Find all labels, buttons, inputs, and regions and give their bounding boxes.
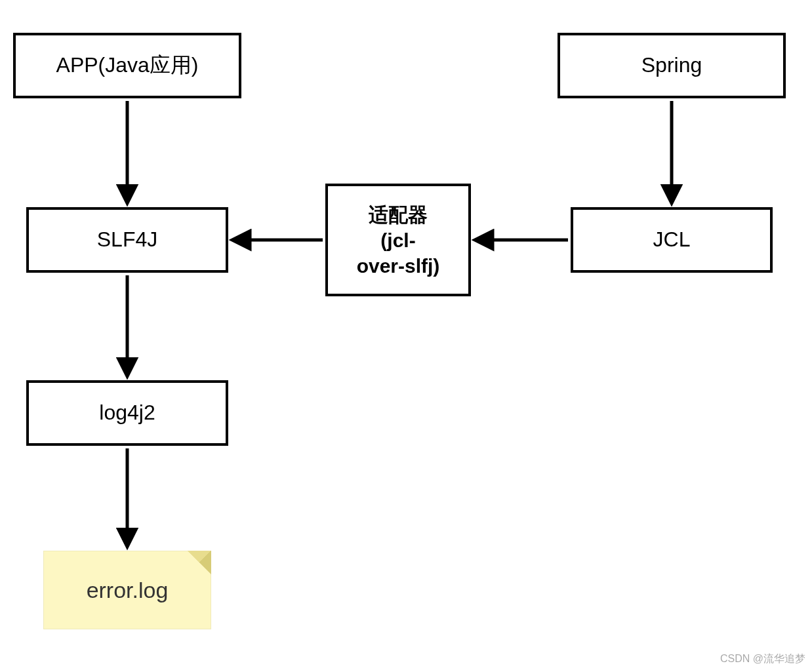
node-errorlog: error.log <box>43 551 211 629</box>
node-jcl: JCL <box>571 207 773 273</box>
node-slf4j: SLF4J <box>26 207 228 273</box>
node-adapter: 适配器 (jcl- over-slfj) <box>325 184 471 296</box>
node-app: APP(Java应用) <box>13 33 241 98</box>
node-adapter-label: 适配器 (jcl- over-slfj) <box>357 202 440 279</box>
watermark-text: CSDN @流华追梦 <box>720 652 805 666</box>
node-jcl-label: JCL <box>653 226 691 254</box>
node-slf4j-label: SLF4J <box>97 226 157 254</box>
note-fold-icon <box>188 551 211 574</box>
node-log4j2: log4j2 <box>26 380 228 446</box>
diagram-canvas: APP(Java应用) Spring SLF4J 适配器 (jcl- over-… <box>0 0 812 670</box>
node-spring-label: Spring <box>641 52 702 79</box>
node-app-label: APP(Java应用) <box>56 52 199 79</box>
node-log4j2-label: log4j2 <box>99 399 155 427</box>
node-errorlog-label: error.log <box>87 578 169 603</box>
node-spring: Spring <box>558 33 786 98</box>
